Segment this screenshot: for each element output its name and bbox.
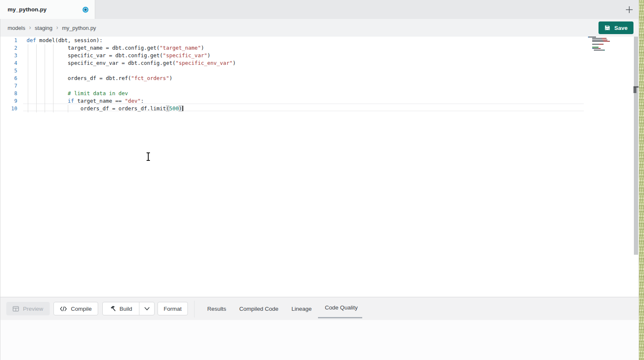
chevron-down-icon (144, 307, 150, 311)
code-line[interactable]: specific_var = dbt.config.get("specific_… (27, 52, 236, 59)
toolbar-divider (194, 301, 195, 317)
floppy-icon (604, 25, 610, 31)
preview-button-label: Preview (23, 306, 43, 312)
code-line[interactable]: # limit data in dev (27, 90, 236, 97)
save-button-label: Save (614, 25, 628, 31)
breadcrumb-separator: › (56, 24, 59, 31)
hammer-icon (110, 306, 116, 312)
code-line[interactable] (27, 82, 236, 90)
build-options-button[interactable] (139, 302, 154, 315)
breadcrumb: models › staging › my_python.py Save (0, 19, 639, 37)
ide-window: my_python.py models › staging › my_pytho… (0, 0, 644, 360)
compile-button[interactable]: Compile (53, 302, 98, 315)
breadcrumb-item-staging[interactable]: staging (35, 25, 53, 31)
format-button-label: Format (164, 306, 182, 312)
save-button[interactable]: Save (599, 21, 633, 34)
tab-compiled-code[interactable]: Compiled Code (239, 306, 278, 312)
format-button[interactable]: Format (158, 302, 188, 315)
vertical-scrollbar[interactable] (634, 37, 638, 255)
breadcrumb-item-models[interactable]: models (8, 25, 25, 31)
line-number: 10 (0, 105, 17, 112)
breadcrumb-item-file[interactable]: my_python.py (62, 25, 96, 31)
active-tab-underline (318, 317, 362, 318)
code-line[interactable] (27, 67, 236, 75)
line-number: 3 (0, 52, 17, 59)
minimap[interactable] (588, 37, 618, 51)
code-line[interactable]: specific_env_var = dbt.config.get("speci… (27, 59, 236, 67)
code-line[interactable]: orders_df = dbt.ref("fct_orders") (27, 75, 236, 82)
code-line[interactable]: if target_name == "dev": (27, 97, 236, 105)
line-number: 4 (0, 59, 17, 67)
file-tab[interactable]: my_python.py (0, 0, 95, 19)
breadcrumb-separator: › (29, 24, 31, 31)
code-icon (60, 307, 67, 311)
table-icon (13, 306, 19, 312)
bottom-toolbar: Preview Compile (0, 297, 639, 320)
code-lines: def model(dbt, session): target_name = d… (27, 37, 236, 112)
code-line[interactable]: orders_df = orders_df.limit(500) (27, 105, 236, 112)
line-number: 6 (0, 75, 17, 82)
tab-lineage[interactable]: Lineage (291, 306, 312, 312)
window-edge (0, 19, 0, 360)
tab-results[interactable]: Results (207, 306, 226, 312)
text-cursor (182, 106, 183, 111)
code-line[interactable]: def model(dbt, session): (27, 37, 236, 44)
build-split-button: Build (102, 302, 155, 315)
line-number: 8 (0, 90, 17, 97)
editor-tab-bar: my_python.py (0, 0, 639, 19)
code-quality-panel (0, 320, 639, 360)
line-number: 9 (0, 97, 17, 105)
file-tab-title: my_python.py (8, 6, 47, 13)
code-editor[interactable]: 12345678910 def model(dbt, session): tar… (0, 37, 639, 297)
line-number-gutter: 12345678910 (0, 37, 17, 112)
scrollbar-marker (633, 88, 636, 93)
code-line[interactable]: target_name = dbt.config.get("target_nam… (27, 44, 236, 52)
new-tab-button[interactable] (623, 4, 635, 16)
unsaved-changes-dot (83, 7, 88, 13)
desktop-background-strip (639, 0, 644, 360)
line-number: 7 (0, 82, 17, 90)
build-button-label: Build (120, 306, 132, 312)
compile-button-label: Compile (71, 306, 92, 312)
preview-button[interactable]: Preview (6, 302, 50, 315)
build-button[interactable]: Build (103, 302, 139, 315)
line-number: 1 (0, 37, 17, 44)
line-number: 5 (0, 67, 17, 75)
line-number: 2 (0, 44, 17, 52)
mouse-cursor-ibeam (146, 152, 150, 161)
tab-code-quality[interactable]: Code Quality (325, 304, 358, 311)
plus-icon (625, 5, 634, 14)
